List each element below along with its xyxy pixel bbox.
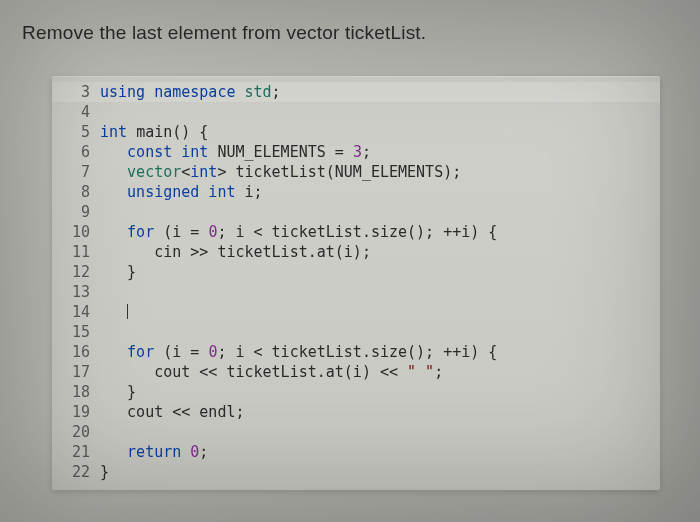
code-token: using <box>100 83 154 101</box>
line-number: 19 <box>52 402 100 422</box>
code-token: " " <box>407 363 434 381</box>
code-line: 10 for (i = 0; i < ticketList.size(); ++… <box>52 222 660 242</box>
code-token: ; i < ticketList.size(); ++i) { <box>217 343 497 361</box>
line-number: 20 <box>52 422 100 442</box>
code-line: 17 cout << ticketList.at(i) << " "; <box>52 362 660 382</box>
line-number: 22 <box>52 462 100 482</box>
code-source: using namespace std; <box>100 82 660 102</box>
code-source: cout << ticketList.at(i) << " "; <box>100 362 660 382</box>
code-line: 3using namespace std; <box>52 82 660 102</box>
line-number: 17 <box>52 362 100 382</box>
code-lines: 3using namespace std;45int main() {6 con… <box>52 76 660 490</box>
code-source: const int NUM_ELEMENTS = 3; <box>100 142 660 162</box>
code-line: 21 return 0; <box>52 442 660 462</box>
code-source: cin >> ticketList.at(i); <box>100 242 660 262</box>
code-line: 6 const int NUM_ELEMENTS = 3; <box>52 142 660 162</box>
code-token: namespace <box>154 83 244 101</box>
code-line: 15 <box>52 322 660 342</box>
line-number: 12 <box>52 262 100 282</box>
code-token: NUM_ELEMENTS <box>217 143 334 161</box>
code-source: for (i = 0; i < ticketList.size(); ++i) … <box>100 222 660 242</box>
question-prompt: Remove the last element from vector tick… <box>0 0 700 54</box>
code-token: = <box>335 143 353 161</box>
code-token: (NUM_ELEMENTS); <box>326 163 461 181</box>
code-token: = <box>190 223 208 241</box>
code-token: int <box>190 163 217 181</box>
code-line: 18 } <box>52 382 660 402</box>
code-token: 0 <box>190 443 199 461</box>
code-line: 8 unsigned int i; <box>52 182 660 202</box>
code-line: 14 <box>52 302 660 322</box>
code-token: = <box>190 343 208 361</box>
code-line: 5int main() { <box>52 122 660 142</box>
code-line: 4 <box>52 102 660 122</box>
line-number: 16 <box>52 342 100 362</box>
code-token: vector <box>127 163 181 181</box>
code-token: < <box>181 163 190 181</box>
line-number: 3 <box>52 82 100 102</box>
line-number: 15 <box>52 322 100 342</box>
code-token: () { <box>172 123 208 141</box>
code-token: std <box>245 83 272 101</box>
code-token: } <box>127 383 136 401</box>
code-token: ticketList <box>235 163 325 181</box>
text-cursor-icon <box>127 304 128 319</box>
code-token: } <box>127 263 136 281</box>
code-line: 22} <box>52 462 660 482</box>
code-source: } <box>100 382 660 402</box>
line-number: 21 <box>52 442 100 462</box>
code-line: 13 <box>52 282 660 302</box>
line-number: 5 <box>52 122 100 142</box>
code-line: 9 <box>52 202 660 222</box>
code-token: } <box>100 463 109 481</box>
code-source: unsigned int i; <box>100 182 660 202</box>
code-token: ; <box>199 443 208 461</box>
code-token: ; <box>362 143 371 161</box>
line-number: 11 <box>52 242 100 262</box>
line-number: 10 <box>52 222 100 242</box>
code-block: 3using namespace std;45int main() {6 con… <box>52 76 660 490</box>
line-number: 6 <box>52 142 100 162</box>
code-token: ; <box>254 183 263 201</box>
code-token: (i <box>163 343 190 361</box>
line-number: 4 <box>52 102 100 122</box>
line-number: 13 <box>52 282 100 302</box>
code-token: (i <box>163 223 190 241</box>
code-source: } <box>100 262 660 282</box>
code-line: 11 cin >> ticketList.at(i); <box>52 242 660 262</box>
line-number: 9 <box>52 202 100 222</box>
line-number: 14 <box>52 302 100 322</box>
code-token: i <box>245 183 254 201</box>
code-source <box>100 302 660 322</box>
code-line: 12 } <box>52 262 660 282</box>
code-token: 3 <box>353 143 362 161</box>
line-number: 18 <box>52 382 100 402</box>
code-line: 19 cout << endl; <box>52 402 660 422</box>
code-source: return 0; <box>100 442 660 462</box>
code-token: cin >> ticketList.at(i); <box>154 243 371 261</box>
code-token: ; <box>272 83 281 101</box>
code-token: > <box>217 163 235 181</box>
line-number: 7 <box>52 162 100 182</box>
code-line: 7 vector<int> ticketList(NUM_ELEMENTS); <box>52 162 660 182</box>
code-source: int main() { <box>100 122 660 142</box>
code-source: cout << endl; <box>100 402 660 422</box>
code-line: 20 <box>52 422 660 442</box>
code-line: 16 for (i = 0; i < ticketList.size(); ++… <box>52 342 660 362</box>
code-source: } <box>100 462 660 482</box>
code-source: vector<int> ticketList(NUM_ELEMENTS); <box>100 162 660 182</box>
code-token: main <box>136 123 172 141</box>
code-source: for (i = 0; i < ticketList.size(); ++i) … <box>100 342 660 362</box>
code-token: const int <box>127 143 217 161</box>
line-number: 8 <box>52 182 100 202</box>
code-token: cout << ticketList.at(i) << <box>154 363 407 381</box>
code-token: cout << endl; <box>127 403 244 421</box>
code-token: ; i < ticketList.size(); ++i) { <box>217 223 497 241</box>
code-token: unsigned int <box>127 183 244 201</box>
code-token: for <box>127 343 163 361</box>
code-token: int <box>100 123 136 141</box>
screenshot-root: Remove the last element from vector tick… <box>0 0 700 522</box>
code-token: ; <box>434 363 443 381</box>
code-token: for <box>127 223 163 241</box>
code-token: return <box>127 443 190 461</box>
